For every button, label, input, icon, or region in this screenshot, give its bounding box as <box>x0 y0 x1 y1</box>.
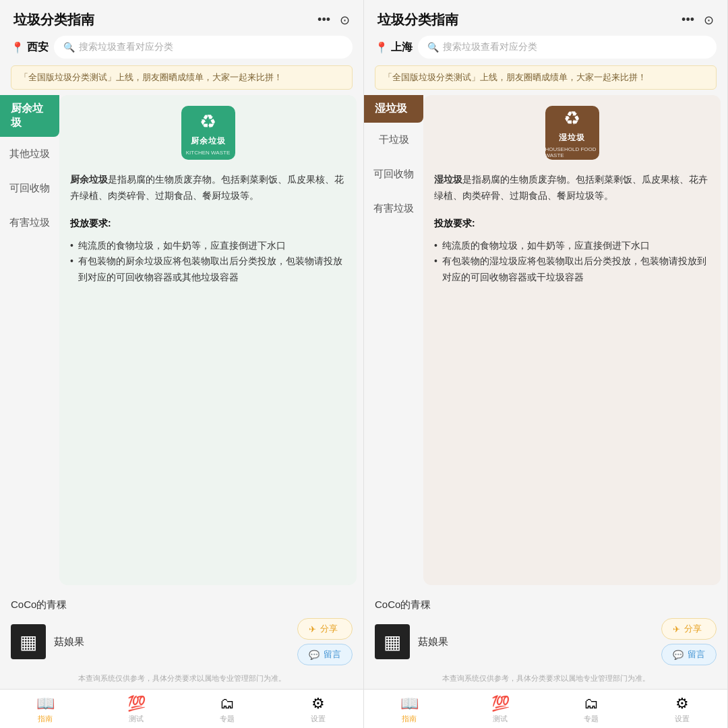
banner[interactable]: 「全国版垃圾分类测试」上线，朋友圈晒成绩单，大家一起来比拼！ <box>375 65 717 90</box>
category-sidebar: 厨余垃圾其他垃圾可回收物有害垃圾 <box>0 95 59 592</box>
bottom-row: ▦ 菇娘果 ✈ 分享 💬 留言 <box>11 614 353 669</box>
nav-label-2: 专题 <box>220 714 235 724</box>
sidebar-detail-container: 厨余垃圾其他垃圾可回收物有害垃圾 ♻ 厨余垃圾 KITCHEN WASTE 厨余… <box>0 95 363 592</box>
header: 垃圾分类指南 ••• ⊙ <box>364 0 727 36</box>
nav-icon-0: 📖 <box>36 695 55 712</box>
action-buttons: ✈ 分享 💬 留言 <box>297 618 353 665</box>
nav-icon-3: ⚙ <box>311 695 325 712</box>
bottom-user-name: 菇娘果 <box>54 636 84 648</box>
more-icon[interactable]: ••• <box>317 13 330 27</box>
category-description: 湿垃圾是指易腐的生物质废弃物。包括剩菜剩饭、瓜皮果核、花卉绿植、肉类碎骨、过期食… <box>434 172 710 204</box>
bottom-row-left: ▦ 菇娘果 <box>11 624 84 659</box>
share-button[interactable]: ✈ 分享 <box>661 618 717 640</box>
comment-button[interactable]: 💬 留言 <box>297 644 353 665</box>
action-buttons: ✈ 分享 💬 留言 <box>661 618 717 665</box>
comment-icon: 💬 <box>309 650 320 660</box>
share-label: 分享 <box>684 623 702 635</box>
sidebar-item-1[interactable]: 其他垃圾 <box>0 137 59 171</box>
nav-item-指南[interactable]: 📖 指南 <box>0 695 91 724</box>
nav-label-0: 指南 <box>38 714 53 724</box>
banner[interactable]: 「全国版垃圾分类测试」上线，朋友圈晒成绩单，大家一起来比拼！ <box>11 65 353 90</box>
category-icon-box: ♻ 厨余垃圾 KITCHEN WASTE <box>70 106 346 160</box>
app-panel-xian: 垃圾分类指南 ••• ⊙ 📍 西安 🔍 搜索垃圾查看对应分类 「全国版垃圾分类测… <box>0 0 364 728</box>
user-name: CoCo的青稞 <box>375 592 717 614</box>
qr-code-icon: ▦ <box>11 624 46 659</box>
scan-icon[interactable]: ⊙ <box>704 13 714 28</box>
comment-button[interactable]: 💬 留言 <box>661 644 717 665</box>
nav-item-专题[interactable]: 🗂 专题 <box>182 695 273 724</box>
nav-icon-1: 💯 <box>127 695 146 712</box>
req-item: 有包装物的湿垃圾应将包装物取出后分类投放，包装物请投放到对应的可回收物容器或干垃… <box>434 253 710 286</box>
nav-label-1: 测试 <box>493 714 508 724</box>
comment-label: 留言 <box>688 648 705 661</box>
req-title: 投放要求: <box>434 218 710 230</box>
search-input-wrap[interactable]: 🔍 搜索垃圾查看对应分类 <box>418 36 717 59</box>
sidebar-detail-container: 湿垃圾干垃圾可回收物有害垃圾 ♻ 湿垃圾 HOUSEHOLD FOOD WAST… <box>364 95 727 592</box>
app-title: 垃圾分类指南 <box>377 11 458 29</box>
nav-item-指南[interactable]: 📖 指南 <box>364 695 455 724</box>
detail-panel: ♻ 湿垃圾 HOUSEHOLD FOOD WASTE 湿垃圾是指易腐的生物质废弃… <box>423 95 721 585</box>
nav-icon-1: 💯 <box>491 695 510 712</box>
disclaimer: 本查询系统仅供参考，具体分类要求以属地专业管理部门为准。 <box>375 669 717 689</box>
sidebar-item-2[interactable]: 可回收物 <box>364 157 423 191</box>
content-area: 湿垃圾干垃圾可回收物有害垃圾 ♻ 湿垃圾 HOUSEHOLD FOOD WAST… <box>364 95 727 592</box>
search-icon: 🔍 <box>427 42 439 53</box>
app-panel-shanghai: 垃圾分类指南 ••• ⊙ 📍 上海 🔍 搜索垃圾查看对应分类 「全国版垃圾分类测… <box>364 0 728 728</box>
req-item: 有包装物的厨余垃圾应将包装物取出后分类投放，包装物请投放到对应的可回收物容器或其… <box>70 253 346 286</box>
category-icon-box: ♻ 湿垃圾 HOUSEHOLD FOOD WASTE <box>434 106 710 160</box>
more-icon[interactable]: ••• <box>681 13 694 27</box>
bottom-row-left: ▦ 菇娘果 <box>375 624 448 659</box>
category-icon-label: 湿垃圾 <box>559 132 585 144</box>
search-input-wrap[interactable]: 🔍 搜索垃圾查看对应分类 <box>54 36 353 59</box>
category-glyph: ♻ <box>200 111 216 133</box>
req-title: 投放要求: <box>70 218 346 230</box>
share-icon: ✈ <box>673 624 680 634</box>
city-name: 西安 <box>27 40 49 55</box>
nav-item-专题[interactable]: 🗂 专题 <box>546 695 637 724</box>
search-bar: 📍 西安 🔍 搜索垃圾查看对应分类 <box>0 36 363 65</box>
search-icon: 🔍 <box>63 42 75 53</box>
search-bar: 📍 上海 🔍 搜索垃圾查看对应分类 <box>364 36 727 65</box>
sidebar-item-3[interactable]: 有害垃圾 <box>0 206 59 240</box>
scan-icon[interactable]: ⊙ <box>340 13 350 28</box>
bottom-nav: 📖 指南 💯 测试 🗂 专题 ⚙ 设置 <box>0 689 363 728</box>
nav-item-测试[interactable]: 💯 测试 <box>91 695 182 724</box>
category-icon-en: HOUSEHOLD FOOD WASTE <box>545 146 599 158</box>
category-icon-en: KITCHEN WASTE <box>186 150 230 156</box>
nav-label-3: 设置 <box>311 714 326 724</box>
detail-panel: ♻ 厨余垃圾 KITCHEN WASTE 厨余垃圾是指易腐的生物质废弃物。包括剩… <box>59 95 357 585</box>
city-name: 上海 <box>391 40 413 55</box>
share-icon: ✈ <box>309 624 316 634</box>
sidebar-item-2[interactable]: 可回收物 <box>0 171 59 206</box>
location-icon: 📍 <box>375 41 388 54</box>
disclaimer: 本查询系统仅供参考，具体分类要求以属地专业管理部门为准。 <box>11 669 353 689</box>
bottom-row: ▦ 菇娘果 ✈ 分享 💬 留言 <box>375 614 717 669</box>
bottom-nav: 📖 指南 💯 测试 🗂 专题 ⚙ 设置 <box>364 689 727 728</box>
sidebar-item-1[interactable]: 干垃圾 <box>364 123 423 157</box>
share-label: 分享 <box>320 623 338 635</box>
share-button[interactable]: ✈ 分享 <box>297 618 353 640</box>
sidebar-item-3[interactable]: 有害垃圾 <box>364 191 423 226</box>
header-icons: ••• ⊙ <box>317 13 350 28</box>
nav-item-测试[interactable]: 💯 测试 <box>455 695 546 724</box>
city-selector[interactable]: 📍 西安 <box>11 40 49 55</box>
nav-icon-2: 🗂 <box>584 695 599 712</box>
req-item: 纯流质的食物垃圾，如牛奶等，应直接倒进下水口 <box>70 238 346 254</box>
category-glyph: ♻ <box>564 107 580 129</box>
bottom-user-area: CoCo的青稞 ▦ 菇娘果 ✈ 分享 💬 留言 本查询系统仅供参考，具体分类要求… <box>0 592 363 689</box>
nav-item-设置[interactable]: ⚙ 设置 <box>636 695 727 724</box>
nav-label-3: 设置 <box>675 714 690 724</box>
category-sidebar: 湿垃圾干垃圾可回收物有害垃圾 <box>364 95 423 592</box>
nav-item-设置[interactable]: ⚙ 设置 <box>272 695 363 724</box>
search-placeholder: 搜索垃圾查看对应分类 <box>79 41 173 53</box>
app-title: 垃圾分类指南 <box>13 11 94 29</box>
category-name-bold: 湿垃圾 <box>434 174 462 185</box>
city-selector[interactable]: 📍 上海 <box>375 40 413 55</box>
active-tab-header: 厨余垃圾 <box>0 95 59 137</box>
header: 垃圾分类指南 ••• ⊙ <box>0 0 363 36</box>
category-icon-label: 厨余垃圾 <box>191 135 226 147</box>
category-description: 厨余垃圾是指易腐的生物质废弃物。包括剩菜剩饭、瓜皮果核、花卉绿植、肉类碎骨、过期… <box>70 172 346 204</box>
category-icon: ♻ 厨余垃圾 KITCHEN WASTE <box>181 106 235 160</box>
bottom-user-name: 菇娘果 <box>418 636 448 648</box>
bottom-user-area: CoCo的青稞 ▦ 菇娘果 ✈ 分享 💬 留言 本查询系统仅供参考，具体分类要求… <box>364 592 727 689</box>
